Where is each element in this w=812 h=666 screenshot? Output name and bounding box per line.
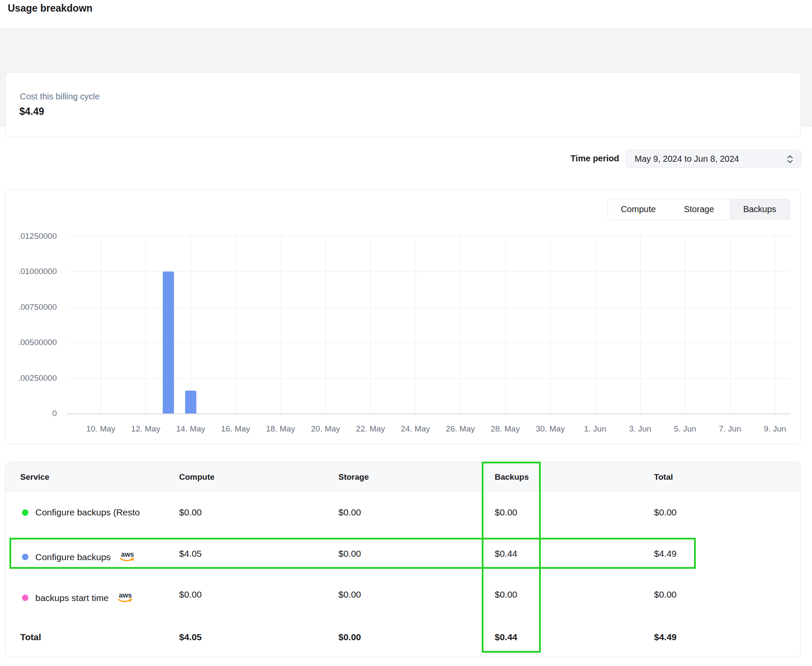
x-gridline [370, 235, 371, 413]
x-tick-label: 7. Jun [704, 424, 756, 434]
x-tick-label: 16. May [210, 424, 261, 434]
x-tick-label: 26. May [434, 424, 486, 434]
service-name: backups start time [35, 592, 108, 604]
col-header-backups: Backups [495, 472, 529, 482]
compute-cost: $0.00 [179, 589, 202, 601]
y-tick-label: .00500000 [0, 338, 57, 347]
x-gridline [281, 235, 281, 413]
col-header-total: Total [654, 472, 673, 482]
x-gridline [595, 235, 595, 413]
x-tick-label: 20. May [300, 424, 351, 434]
usage-table-panel: Service Compute Storage Backups Total Co… [5, 462, 801, 657]
col-header-compute: Compute [179, 472, 214, 482]
service-name-cell: backups start time aws [22, 589, 134, 607]
series-dot [22, 595, 28, 601]
y-tick-label: .01000000 [0, 267, 57, 276]
x-tick-label: 9. Jun [749, 424, 801, 434]
aws-icon: aws [115, 591, 134, 607]
backups-cost: $0.00 [495, 506, 518, 518]
x-tick-label: 14. May [165, 424, 217, 434]
x-tick-label: 22. May [344, 424, 396, 434]
x-tick-label: 1. Jun [569, 424, 621, 434]
y-gridline [67, 271, 790, 272]
service-name: Configure backups (Resto [35, 506, 140, 518]
storage-cost: $0.00 [338, 506, 361, 518]
x-gridline [325, 235, 326, 413]
y-tick-label: .00750000 [0, 302, 57, 312]
backups-cost: $0.44 [495, 548, 518, 560]
col-header-service: Service [20, 472, 50, 482]
x-tick-label: 30. May [524, 424, 576, 434]
x-tick-label: 24. May [390, 424, 441, 434]
chart-bar[interactable] [163, 271, 174, 413]
x-gridline [640, 235, 641, 413]
x-gridline [146, 235, 146, 413]
series-dot [22, 509, 28, 516]
compute-cost: $4.05 [179, 548, 202, 560]
x-tick-label: 28. May [480, 424, 531, 434]
total-compute-cost: $4.05 [179, 631, 202, 643]
col-header-storage: Storage [338, 472, 369, 482]
x-gridline [550, 235, 551, 413]
svg-text:aws: aws [119, 592, 132, 599]
x-tick-label: 12. May [120, 424, 171, 434]
y-gridline [67, 378, 790, 379]
total-storage-cost: $0.00 [338, 631, 361, 643]
y-gridline [67, 413, 790, 414]
y-tick-label: .01250000 [0, 231, 57, 241]
total-row-label: Total [20, 631, 41, 643]
usage-breakdown-page: Usage breakdown Cost this billing cycle … [0, 0, 812, 666]
total-cost: $0.00 [654, 506, 677, 518]
x-gridline [505, 235, 506, 413]
storage-cost: $0.00 [338, 548, 361, 560]
x-tick-label: 10. May [75, 424, 127, 434]
chart-bar[interactable] [185, 391, 196, 413]
table-header-row: Service Compute Storage Backups Total [6, 462, 800, 492]
total-total-cost: $4.49 [654, 631, 677, 643]
total-backups-cost: $0.44 [495, 631, 518, 643]
service-name: Configure backups [35, 551, 111, 563]
x-gridline [236, 235, 236, 413]
y-tick-label: 0 [0, 409, 57, 418]
x-tick-label: 18. May [255, 424, 307, 434]
y-tick-label: .00250000 [0, 373, 57, 383]
service-name-cell: Configure backups (Resto [22, 506, 140, 518]
x-tick-label: 3. Jun [614, 424, 666, 434]
x-gridline [101, 235, 101, 413]
x-gridline [460, 235, 461, 413]
x-gridline [191, 235, 191, 413]
compute-cost: $0.00 [179, 506, 202, 518]
aws-icon: aws [118, 550, 136, 566]
x-tick-label: 5. Jun [659, 424, 711, 434]
x-gridline [415, 235, 416, 413]
series-dot [22, 554, 28, 560]
y-gridline [67, 342, 790, 343]
total-cost: $4.49 [654, 548, 677, 560]
y-gridline [67, 307, 790, 308]
svg-text:aws: aws [121, 551, 134, 558]
total-cost: $0.00 [654, 589, 677, 601]
backups-cost: $0.00 [495, 589, 518, 601]
y-gridline [67, 236, 790, 237]
x-gridline [685, 235, 685, 413]
x-gridline [730, 235, 731, 413]
service-name-cell: Configure backups aws [22, 548, 136, 566]
storage-cost: $0.00 [338, 589, 361, 601]
x-gridline [775, 235, 775, 413]
